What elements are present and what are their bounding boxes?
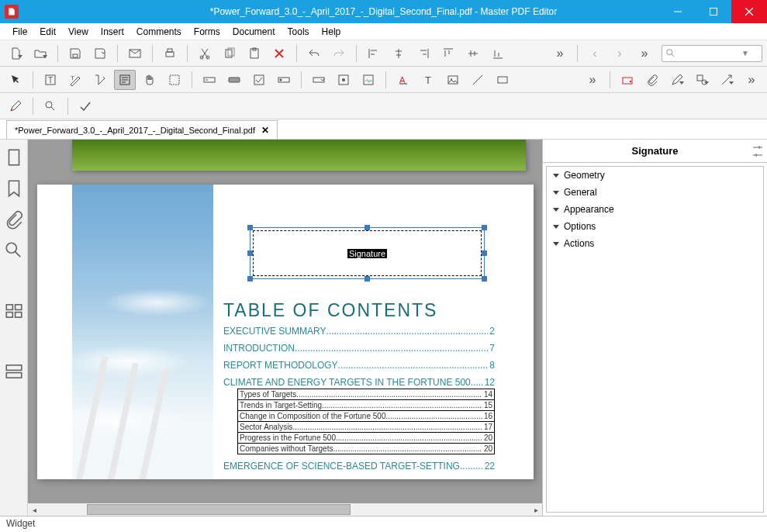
resize-handle-w[interactable] — [247, 250, 253, 256]
radio-tool[interactable] — [273, 70, 295, 90]
resize-handle-ne[interactable] — [482, 225, 487, 230]
attachments-panel-button[interactable] — [4, 209, 24, 230]
select-rect-tool[interactable] — [164, 70, 185, 90]
menu-help[interactable]: Help — [316, 25, 347, 39]
tab-close-icon[interactable]: ✕ — [261, 125, 269, 136]
menu-view[interactable]: View — [62, 25, 95, 39]
menu-document[interactable]: Document — [226, 25, 282, 39]
svg-rect-1 — [73, 54, 78, 57]
insert-image-tool[interactable] — [442, 70, 464, 90]
section-actions[interactable]: Actions — [547, 235, 763, 252]
layers-panel-button[interactable] — [4, 361, 24, 382]
overflow-button-1[interactable]: » — [549, 43, 571, 64]
scroll-right-icon[interactable]: ▸ — [530, 503, 542, 516]
resize-handle-s[interactable] — [364, 276, 370, 282]
section-options[interactable]: Options — [547, 218, 763, 235]
align-center-h-button[interactable] — [388, 43, 409, 64]
resize-handle-nw[interactable] — [247, 225, 253, 230]
edit-text-tool[interactable]: T — [64, 70, 86, 90]
svg-rect-43 — [6, 373, 22, 378]
undo-button[interactable] — [303, 43, 325, 64]
overflow-button-4[interactable]: » — [741, 70, 762, 90]
svg-rect-18 — [229, 78, 240, 82]
scrollbar-thumb[interactable] — [87, 504, 351, 515]
fields-panel-button[interactable] — [4, 301, 24, 321]
section-appearance[interactable]: Appearance — [547, 201, 763, 218]
text-field-tool[interactable] — [199, 70, 220, 90]
highlight-tool[interactable]: A — [392, 70, 414, 90]
align-top-button[interactable] — [437, 43, 459, 64]
overflow-button-2[interactable]: » — [634, 43, 655, 64]
combobox-tool[interactable] — [308, 70, 330, 90]
align-middle-button[interactable] — [462, 43, 484, 64]
window-title: *Power_Forward_3.0_-_April_2017_-_Digita… — [210, 6, 558, 17]
open-file-button[interactable] — [29, 43, 51, 64]
menu-edit[interactable]: Edit — [33, 25, 62, 39]
attach-tool[interactable] — [641, 70, 663, 90]
section-geometry[interactable]: Geometry — [547, 167, 763, 184]
menu-file[interactable]: File — [6, 25, 33, 39]
delete-button[interactable] — [268, 43, 290, 64]
align-left-button[interactable] — [363, 43, 385, 64]
signature-tool[interactable] — [358, 70, 379, 90]
align-bottom-button[interactable] — [487, 43, 509, 64]
search-input[interactable] — [679, 49, 741, 58]
listbox-tool[interactable] — [333, 70, 354, 90]
search-dropdown-icon[interactable]: ▼ — [741, 49, 749, 57]
bookmarks-panel-button[interactable] — [4, 178, 24, 199]
menu-forms[interactable]: Forms — [188, 25, 226, 39]
resize-handle-n[interactable] — [364, 225, 370, 230]
button-field-tool[interactable] — [223, 70, 245, 90]
editor-viewport[interactable]: Signature TABLE OF CONTENTS EXECUTIVE SU… — [28, 140, 542, 503]
edit-document-tool[interactable] — [114, 70, 136, 90]
scroll-left-icon[interactable]: ◂ — [28, 503, 40, 516]
close-button[interactable] — [731, 0, 767, 23]
save-as-button[interactable] — [89, 43, 111, 64]
zoom-tool[interactable] — [40, 96, 61, 116]
prev-button[interactable]: ‹ — [584, 43, 606, 64]
section-general[interactable]: General — [547, 184, 763, 201]
next-button[interactable]: › — [609, 43, 631, 64]
search-panel-button[interactable] — [4, 240, 24, 261]
document-tab[interactable]: *Power_Forward_3.0_-_April_2017_-_Digita… — [6, 120, 278, 139]
new-file-button[interactable] — [5, 43, 26, 64]
email-button[interactable] — [124, 43, 146, 64]
panel-settings-icon[interactable] — [753, 145, 762, 157]
check-tool[interactable] — [74, 96, 96, 116]
pages-panel-button[interactable] — [4, 147, 24, 168]
svg-rect-42 — [6, 365, 22, 371]
shapes-tool[interactable] — [691, 70, 713, 90]
menu-comments[interactable]: Comments — [130, 25, 188, 39]
edit-forms-tool[interactable] — [89, 70, 111, 90]
line-tool[interactable] — [467, 70, 489, 90]
arrow-tool[interactable] — [716, 70, 738, 90]
redo-button[interactable] — [328, 43, 350, 64]
resize-handle-sw[interactable] — [247, 276, 253, 282]
search-box[interactable]: ▼ — [662, 45, 762, 62]
text-select-tool[interactable]: T — [40, 70, 61, 90]
paste-button[interactable] — [244, 43, 265, 64]
rectangle-tool[interactable] — [492, 70, 513, 90]
hand-tool[interactable] — [139, 70, 161, 90]
resize-handle-se[interactable] — [482, 276, 487, 282]
cut-button[interactable] — [194, 43, 216, 64]
align-right-button[interactable] — [413, 43, 434, 64]
save-button[interactable] — [64, 43, 86, 64]
signature-widget[interactable]: Signature — [250, 227, 485, 279]
minimize-button[interactable] — [660, 0, 696, 23]
pencil-small-tool[interactable] — [5, 96, 26, 116]
stamp-tool[interactable] — [617, 70, 638, 90]
overflow-button-3[interactable]: » — [582, 70, 603, 90]
menu-insert[interactable]: Insert — [95, 25, 130, 39]
menu-tools[interactable]: Tools — [282, 25, 316, 39]
pointer-tool[interactable] — [5, 70, 26, 90]
resize-handle-e[interactable] — [482, 250, 487, 256]
print-button[interactable] — [159, 43, 181, 64]
pencil-tool[interactable] — [666, 70, 688, 90]
maximize-button[interactable] — [696, 0, 731, 23]
horizontal-scrollbar[interactable]: ◂ ▸ — [28, 503, 542, 516]
copy-button[interactable] — [219, 43, 240, 64]
insert-text-tool[interactable]: T — [417, 70, 439, 90]
checkbox-tool[interactable] — [248, 70, 270, 90]
document-page[interactable]: Signature TABLE OF CONTENTS EXECUTIVE SU… — [37, 185, 534, 479]
